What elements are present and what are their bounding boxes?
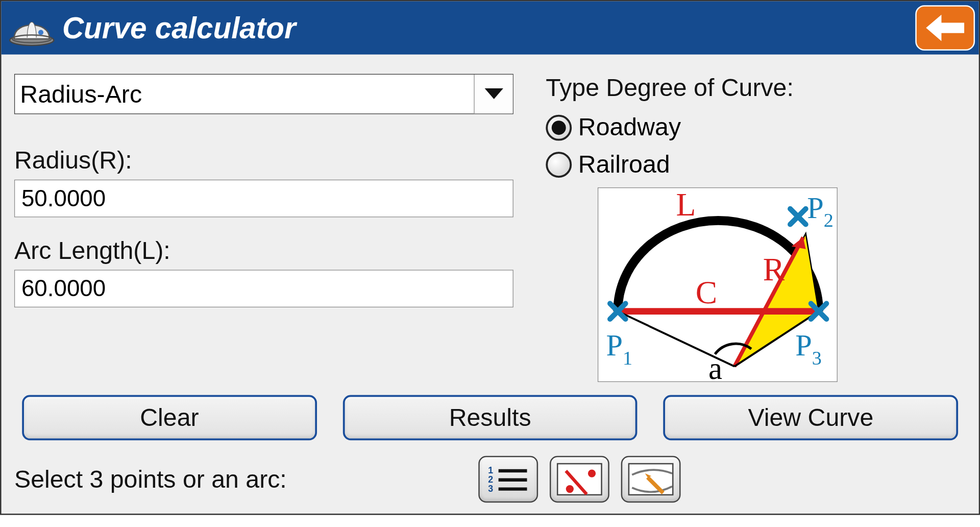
svg-point-20 — [588, 469, 596, 477]
dropdown-selected: Radius-Arc — [20, 80, 142, 108]
diagram-R: R — [763, 251, 785, 288]
diagram-L: L — [676, 188, 696, 222]
map-pick-icon — [628, 463, 674, 496]
type-degree-label: Type Degree of Curve: — [546, 74, 966, 102]
points-icon — [557, 463, 602, 496]
radio-roadway[interactable]: Roadway — [546, 113, 966, 141]
pick-from-map-button[interactable] — [621, 456, 681, 502]
page-title: Curve calculator — [62, 10, 296, 45]
footer-row: Select 3 points or an arc: 1 2 3 — [14, 456, 966, 502]
diagram-P1: P1 — [606, 329, 632, 369]
select-points-label: Select 3 points or an arc: — [14, 465, 287, 493]
chevron-down-icon — [474, 75, 512, 113]
svg-text:3: 3 — [488, 484, 493, 494]
content-area: Radius-Arc Radius(R): Arc Length(L): Typ… — [2, 55, 979, 514]
back-arrow-icon — [923, 13, 967, 42]
svg-point-2 — [38, 30, 43, 35]
arc-length-label: Arc Length(L): — [14, 237, 513, 265]
results-button[interactable]: Results — [342, 395, 637, 440]
svg-line-22 — [648, 477, 663, 493]
radio-roadway-label: Roadway — [578, 113, 681, 141]
right-column: Type Degree of Curve: Roadway Railroad — [546, 74, 966, 382]
radio-railroad[interactable]: Railroad — [546, 151, 966, 179]
radius-input[interactable] — [14, 180, 513, 218]
list-icon: 1 2 3 — [485, 463, 531, 496]
title-bar: Curve calculator — [2, 2, 979, 55]
diagram-C: C — [696, 274, 717, 310]
pick-from-list-button[interactable]: 1 2 3 — [478, 456, 538, 502]
svg-point-19 — [566, 485, 574, 493]
pick-points-button[interactable] — [550, 456, 609, 502]
curve-diagram: L P2 C R P1 a P3 — [598, 187, 838, 382]
pick-tools: 1 2 3 — [478, 456, 680, 502]
clear-button[interactable]: Clear — [22, 395, 316, 440]
diagram-a: a — [708, 351, 722, 383]
app-window: Curve calculator Radius-Arc Radius(R): A… — [0, 0, 980, 515]
radius-label: Radius(R): — [14, 147, 513, 175]
hardhat-icon — [8, 9, 56, 47]
radio-railroad-label: Railroad — [578, 151, 670, 179]
left-column: Radius-Arc Radius(R): Arc Length(L): — [14, 74, 513, 327]
diagram-P3: P3 — [795, 329, 822, 369]
radio-roadway-indicator — [546, 114, 572, 140]
back-button[interactable] — [915, 5, 975, 51]
view-curve-button[interactable]: View Curve — [664, 395, 958, 440]
arc-length-input[interactable] — [14, 270, 513, 307]
diagram-P2: P2 — [807, 191, 834, 231]
method-dropdown[interactable]: Radius-Arc — [14, 74, 513, 114]
radio-railroad-indicator — [546, 152, 572, 178]
action-button-row: Clear Results View Curve — [14, 395, 966, 440]
